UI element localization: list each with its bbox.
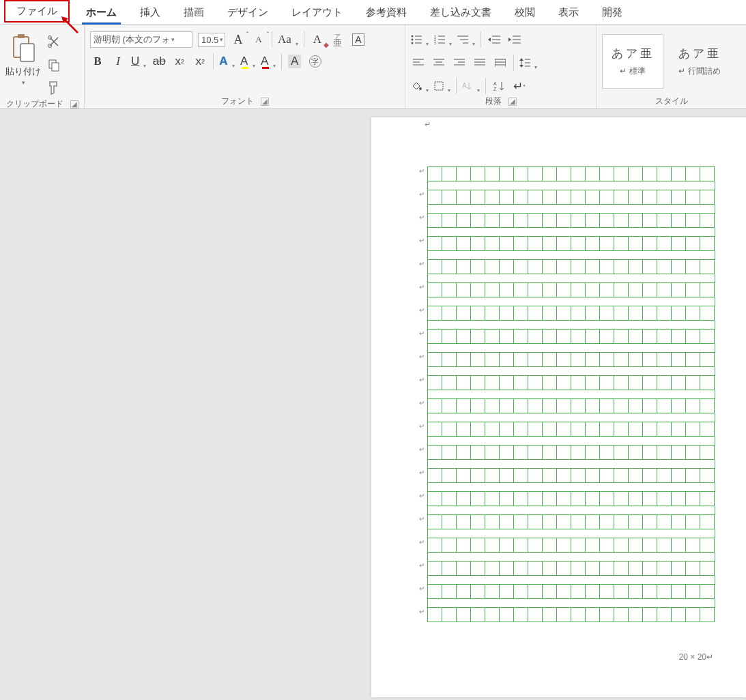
char-border-button[interactable]: A [351, 32, 366, 47]
svg-rect-3 [18, 34, 25, 38]
sort-button[interactable]: AZ [491, 78, 506, 93]
separator [480, 31, 481, 48]
brush-icon [47, 81, 61, 96]
underline-button[interactable]: U [131, 54, 146, 69]
bold-button[interactable]: B [90, 54, 105, 69]
align-center-button[interactable] [431, 55, 446, 70]
copy-button[interactable] [45, 56, 63, 74]
decrease-font-button[interactable]: Aˇ [251, 32, 266, 47]
multilevel-button[interactable] [457, 32, 475, 47]
style-preview: あア亜 [678, 46, 721, 61]
subscript-button[interactable]: x2 [172, 54, 187, 69]
svg-rect-4 [20, 44, 34, 61]
group-paragraph-label: 段落 [485, 96, 502, 107]
clipboard-launcher[interactable]: ◢ [70, 100, 78, 108]
show-marks-button[interactable]: ↵* [512, 78, 527, 93]
tab-home[interactable]: ホーム [76, 1, 126, 24]
format-painter-button[interactable] [45, 79, 63, 97]
align-right-icon [454, 59, 465, 67]
return-icon: ↵ [620, 66, 627, 76]
clear-format-button[interactable]: A◆ [310, 32, 325, 47]
outdent-button[interactable] [487, 32, 502, 47]
font-color-button[interactable]: A [261, 54, 276, 69]
tab-draw[interactable]: 描画 [174, 1, 214, 24]
sort-icon: AZ [493, 81, 504, 91]
bullets-button[interactable] [411, 32, 429, 47]
align-center-icon [433, 59, 444, 67]
font-name-select[interactable]: 游明朝 (本文のフォ▾ [90, 31, 192, 48]
align-left-icon [413, 59, 424, 67]
separator [456, 78, 457, 94]
paragraph-launcher[interactable]: ◢ [508, 98, 517, 106]
tab-review[interactable]: 校閲 [505, 1, 545, 24]
ruby-button[interactable]: ア亜 [330, 32, 345, 47]
char-shading-button[interactable]: A [287, 54, 302, 69]
group-styles-label: スタイル [655, 96, 688, 107]
align-left-button[interactable] [411, 55, 426, 70]
separator [272, 31, 272, 48]
return-icon: ↵ [678, 66, 685, 76]
svg-rect-56 [435, 82, 443, 90]
line-spacing-button[interactable] [519, 55, 537, 70]
highlight-button[interactable]: A [240, 54, 255, 69]
svg-text:3: 3 [434, 41, 436, 44]
distribute-icon [495, 59, 506, 67]
copy-icon [47, 58, 61, 72]
enclose-char-button[interactable]: 字 [308, 54, 323, 69]
borders-icon [434, 81, 444, 91]
distribute-button[interactable] [493, 55, 508, 70]
clipboard-icon [10, 33, 37, 64]
style-nospace[interactable]: あア亜 ↵ 行間詰め [669, 34, 730, 89]
tab-design[interactable]: デザイン [218, 1, 278, 24]
bullets-icon [411, 35, 422, 44]
font-size-select[interactable]: 10.5▾ [198, 33, 225, 47]
style-normal[interactable]: あア亜 ↵ 標準 [602, 34, 663, 89]
justify-icon [474, 59, 485, 67]
separator [281, 53, 282, 70]
tab-file[interactable]: ファイル [4, 0, 70, 23]
italic-button[interactable]: I [111, 54, 126, 69]
group-clipboard-label: クリップボード [6, 98, 63, 110]
paste-label: 貼り付け [5, 65, 41, 78]
scissors-icon [47, 35, 61, 48]
paste-button[interactable]: 貼り付け ▾ [5, 33, 41, 86]
font-launcher[interactable]: ◢ [261, 98, 269, 106]
tab-mailings[interactable]: 差し込み文書 [420, 1, 501, 24]
document-canvas[interactable]: ↵ ↵↵↵↵↵↵↵↵↵↵↵↵↵↵↵↵↵↵↵↵ 20 × 20↵ [0, 109, 746, 700]
text-effects-button[interactable]: A [219, 54, 234, 69]
grid-caption: 20 × 20↵ [679, 652, 713, 662]
text-direction-button[interactable]: A [462, 78, 480, 93]
style-preview: あア亜 [612, 46, 655, 61]
tab-insert[interactable]: 挿入 [130, 1, 170, 24]
align-right-button[interactable] [452, 55, 467, 70]
tab-layout[interactable]: レイアウト [282, 1, 352, 24]
svg-marker-28 [508, 38, 511, 42]
increase-font-button[interactable]: Aˆ [231, 32, 246, 47]
superscript-button[interactable]: x2 [192, 54, 207, 69]
cut-button[interactable] [45, 33, 63, 50]
borders-button[interactable] [434, 78, 450, 93]
text-dir-icon: A [462, 81, 473, 91]
svg-point-55 [419, 87, 422, 90]
bucket-icon [411, 81, 422, 91]
multilevel-icon [457, 35, 468, 44]
svg-point-13 [412, 42, 414, 44]
tab-developer[interactable]: 開発 [592, 1, 632, 24]
tab-references[interactable]: 参考資料 [356, 1, 416, 24]
separator [485, 78, 486, 94]
change-case-button[interactable]: Aa [278, 32, 298, 47]
indent-button[interactable] [507, 32, 522, 47]
line-spacing-icon [519, 58, 530, 68]
numbering-icon: 123 [434, 35, 445, 44]
svg-marker-24 [488, 38, 491, 42]
svg-point-9 [412, 35, 414, 38]
group-font-label: フォント [221, 96, 254, 107]
svg-rect-8 [52, 63, 59, 71]
justify-button[interactable] [472, 55, 487, 70]
tab-view[interactable]: 表示 [549, 1, 588, 24]
strike-button[interactable]: ab [152, 54, 167, 69]
indent-icon [508, 35, 521, 44]
numbering-button[interactable]: 123 [434, 32, 452, 47]
genkoyoshi-grid: ↵↵↵↵↵↵↵↵↵↵↵↵↵↵↵↵↵↵↵↵ [427, 166, 715, 622]
shading-button[interactable] [411, 78, 429, 93]
